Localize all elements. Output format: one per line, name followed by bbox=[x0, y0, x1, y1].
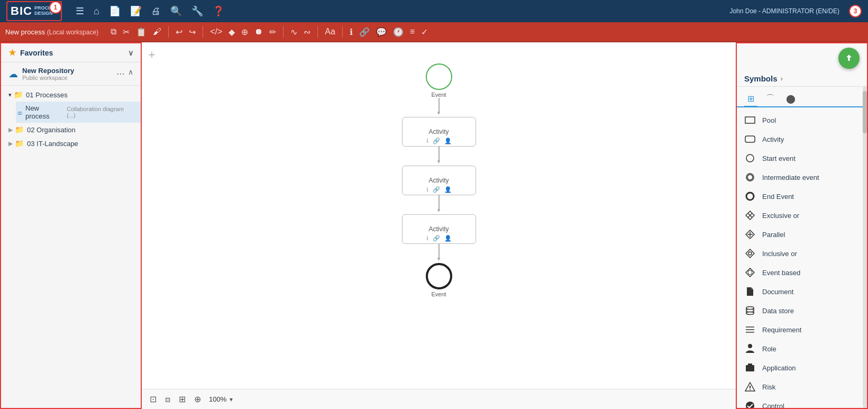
svg-marker-12 bbox=[746, 249, 754, 258]
tree-item-01-processes[interactable]: ▾ 📁 01 Processes bbox=[1, 88, 141, 102]
logo: BIC PROCESS DESIGN 1 bbox=[6, 1, 62, 21]
symbol-role[interactable]: Role bbox=[737, 339, 867, 358]
filter-icon[interactable]: ≡ bbox=[407, 26, 417, 38]
sidebar-repository[interactable]: ☁ New Repository Public workspace ⋯ ∧ bbox=[1, 62, 141, 86]
arrow-1 bbox=[438, 98, 440, 113]
symbol-application[interactable]: Application bbox=[737, 358, 867, 377]
svg-point-15 bbox=[748, 270, 752, 275]
symbol-intermediate-event[interactable]: Intermediate event bbox=[737, 168, 867, 187]
activity2-link-icon: 🔗 bbox=[433, 186, 440, 193]
smooth-line-icon[interactable]: ∾ bbox=[301, 26, 313, 38]
tab-path[interactable]: ⌒ bbox=[763, 91, 778, 107]
requirement-label: Requirement bbox=[762, 326, 801, 334]
tab-grid[interactable]: ⊞ bbox=[744, 92, 757, 107]
symbol-end-event[interactable]: End Event bbox=[737, 187, 867, 206]
paste-icon[interactable]: 📋 bbox=[133, 26, 149, 38]
arrow-4 bbox=[438, 244, 440, 259]
tab-color[interactable]: ⬤ bbox=[783, 92, 799, 107]
tree-item-02-organisation[interactable]: ▶ 📁 02 Organisation bbox=[1, 123, 141, 137]
requirement-icon bbox=[744, 324, 756, 335]
fit-page-icon[interactable]: ⊡ bbox=[147, 393, 159, 406]
symbol-exclusive-or[interactable]: Exclusive or bbox=[737, 206, 867, 225]
role-icon bbox=[744, 343, 756, 355]
svg-point-4 bbox=[747, 175, 753, 180]
draw-icon[interactable]: ✏ bbox=[267, 26, 279, 38]
canvas-area: ＋ Event Activity ℹ 🔗 👤 bbox=[142, 42, 736, 409]
search-icon[interactable]: 🔍 bbox=[170, 5, 182, 17]
hamburger-menu-icon[interactable]: ☰ bbox=[76, 5, 84, 17]
repo-name: New Repository bbox=[22, 67, 115, 75]
sidebar-favorites[interactable]: ★ Favorites ∨ bbox=[1, 43, 141, 62]
comment-icon[interactable]: 💬 bbox=[373, 26, 389, 38]
right-panel: Symbols › ⊞ ⌒ ⬤ Pool Activity bbox=[736, 42, 868, 409]
start-event-label: Start event bbox=[762, 154, 796, 162]
target-icon[interactable]: ⊕ bbox=[191, 393, 204, 406]
info-icon[interactable]: ℹ bbox=[347, 26, 355, 38]
canvas-bottom-bar: ⊡ ⧈ ⊞ ⊕ 100% ▾ bbox=[142, 389, 736, 409]
symbol-event-based[interactable]: Event based bbox=[737, 263, 867, 282]
symbol-parallel[interactable]: Parallel bbox=[737, 225, 867, 244]
activity2-node[interactable]: Activity ℹ 🔗 👤 bbox=[402, 166, 476, 195]
home-icon[interactable]: ⌂ bbox=[94, 6, 99, 17]
link-icon[interactable]: 🔗 bbox=[357, 26, 372, 38]
upload-button[interactable] bbox=[838, 48, 860, 69]
print-icon[interactable]: 🖨 bbox=[151, 6, 161, 17]
application-label: Application bbox=[762, 364, 796, 372]
scrollbar-thumb[interactable] bbox=[863, 91, 867, 133]
help-icon[interactable]: ❓ bbox=[213, 5, 224, 17]
tree-item-03-it-landscape[interactable]: ▶ 📁 03 IT-Landscape bbox=[1, 137, 141, 150]
split-screen-icon[interactable]: ⊞ bbox=[176, 393, 188, 406]
shapes-icon[interactable]: ◆ bbox=[226, 26, 237, 38]
folder-icon-03: 📁 bbox=[15, 139, 24, 148]
end-event-label: End Event bbox=[762, 193, 794, 201]
cut-icon[interactable]: ✂ bbox=[120, 26, 132, 38]
symbols-header[interactable]: Symbols › bbox=[737, 69, 867, 87]
svg-marker-14 bbox=[746, 268, 754, 277]
document-icon[interactable]: 📄 bbox=[109, 5, 121, 17]
zoom-dropdown[interactable]: ▾ bbox=[230, 396, 233, 403]
activity3-icons: ℹ 🔗 👤 bbox=[426, 235, 452, 242]
symbol-pool[interactable]: Pool bbox=[737, 111, 867, 130]
symbols-list: Pool Activity Start event bbox=[737, 107, 867, 408]
start-event-node[interactable]: Event bbox=[426, 63, 452, 98]
symbol-requirement[interactable]: Requirement bbox=[737, 320, 867, 339]
copy-icon[interactable]: ⧉ bbox=[108, 26, 119, 38]
undo-icon[interactable]: ↩ bbox=[173, 26, 185, 38]
symbol-risk[interactable]: Risk bbox=[737, 377, 867, 396]
folder-icon: 📁 bbox=[14, 90, 23, 99]
star-icon: ★ bbox=[8, 48, 16, 58]
format-painter-icon[interactable]: 🖌 bbox=[150, 26, 164, 38]
translate-icon[interactable]: Aa bbox=[322, 26, 338, 38]
activity3-node[interactable]: Activity ℹ 🔗 👤 bbox=[402, 214, 476, 244]
edit-doc-icon[interactable]: 📝 bbox=[130, 5, 142, 17]
pool-label: Pool bbox=[762, 116, 776, 124]
tree-item-new-process[interactable]: ⎄ New process Collaboration diagram (...… bbox=[16, 102, 141, 123]
checkmark-icon[interactable]: ✓ bbox=[418, 26, 431, 38]
risk-icon bbox=[744, 381, 756, 393]
activity2-shape: Activity ℹ 🔗 👤 bbox=[402, 166, 476, 195]
history-icon[interactable]: 🕐 bbox=[390, 26, 406, 38]
symbol-inclusive-or[interactable]: Inclusive or bbox=[737, 244, 867, 263]
code-icon[interactable]: </> bbox=[207, 26, 225, 38]
symbol-document[interactable]: Document bbox=[737, 282, 867, 301]
record-icon[interactable]: ⏺ bbox=[252, 26, 266, 38]
line-chart-icon[interactable]: ∿ bbox=[288, 26, 300, 38]
repo-collapse-icon[interactable]: ∧ bbox=[128, 68, 133, 80]
repo-more-icon[interactable]: ⋯ bbox=[115, 68, 126, 80]
tree-expand-icon: ▾ bbox=[8, 92, 12, 98]
end-event-node[interactable]: Event bbox=[426, 263, 452, 297]
align-icon[interactable]: ⊕ bbox=[239, 26, 251, 38]
start-event-icon bbox=[744, 152, 756, 164]
activity1-node[interactable]: Activity ℹ 🔗 👤 bbox=[402, 117, 476, 147]
settings-icon[interactable]: 🔧 bbox=[191, 5, 203, 17]
symbol-activity[interactable]: Activity bbox=[737, 130, 867, 149]
event-based-icon bbox=[744, 267, 756, 278]
redo-icon[interactable]: ↪ bbox=[186, 26, 198, 38]
symbol-start-event[interactable]: Start event bbox=[737, 149, 867, 168]
symbol-control[interactable]: Control bbox=[737, 396, 867, 408]
full-screen-icon[interactable]: ⧈ bbox=[162, 393, 173, 406]
symbol-data-store[interactable]: Data store bbox=[737, 301, 867, 320]
process-toolbar: New process (Local workspace) ⧉ ✂ 📋 🖌 ↩ … bbox=[0, 22, 868, 42]
symbols-chevron-icon: › bbox=[781, 75, 783, 83]
pool-icon bbox=[744, 114, 756, 126]
